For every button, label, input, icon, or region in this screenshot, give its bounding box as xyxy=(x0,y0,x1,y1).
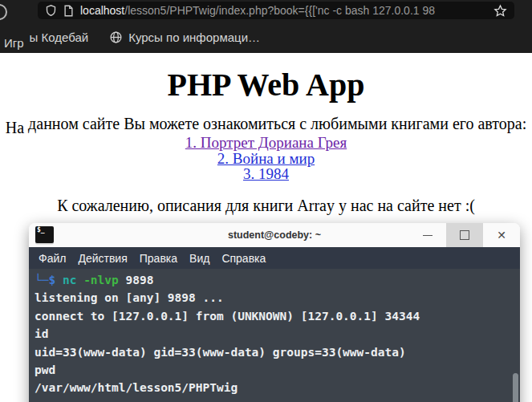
bookmark-label-prefix: Игр xyxy=(4,36,24,50)
browser-toolbar: localhost/lesson5/PHPTwig/index.php?book… xyxy=(0,0,532,21)
screen: localhost/lesson5/PHPTwig/index.php?book… xyxy=(0,0,532,402)
close-icon: ✕ xyxy=(497,229,506,242)
book-link[interactable]: 3. 1984 xyxy=(0,166,532,182)
terminal-menu-item[interactable]: Вид xyxy=(189,252,209,265)
url-text[interactable]: localhost/lesson5/PHPTwig/index.php?book… xyxy=(80,2,487,19)
maximize-button[interactable] xyxy=(446,223,483,247)
book-link[interactable]: 2. Война и мир xyxy=(0,151,532,167)
minimize-icon xyxy=(423,235,433,236)
page-icon[interactable] xyxy=(63,5,74,17)
bookmark-star-icon[interactable] xyxy=(493,4,507,18)
terminal-menu-item[interactable]: Правка xyxy=(140,252,177,265)
page-title: PHP Web App xyxy=(0,66,532,104)
terminal-line: listening on [any] 9898 ... xyxy=(35,289,520,307)
no-description-text: К сожалению, описания для книги Array у … xyxy=(0,197,532,215)
globe-icon xyxy=(109,30,123,44)
partial-circle-icon xyxy=(0,4,7,20)
terminal-line: /var/www/html/lesson5/PHPTwig xyxy=(35,379,520,396)
terminal-line: └─$ nc -nlvp 9898 xyxy=(35,271,520,289)
url-path: /lesson5/PHPTwig/index.php?book={{['nc -… xyxy=(124,4,435,17)
bookmark-label: Курсы по информаци… xyxy=(128,30,260,44)
bookmarks-bar: Игры Кодебай Курсы по информаци… xyxy=(0,21,532,53)
bookmark-label-rest: ы Кодебай xyxy=(30,30,89,44)
terminal-output: └─$ nc -nlvp 9898listening on [any] 9898… xyxy=(35,271,520,402)
intro-rest: данном сайте Вы можете ознакомиться с лю… xyxy=(24,115,526,132)
book-links: 1. Портрет Дориана Грея2. Война и мир3. … xyxy=(0,135,532,182)
url-host: localhost xyxy=(80,4,124,17)
toolbar-notch xyxy=(0,32,24,38)
shield-icon[interactable] xyxy=(45,4,57,17)
terminal-menu-item[interactable]: Действия xyxy=(78,252,127,265)
minimize-button[interactable] xyxy=(409,223,446,247)
intro-text: На данном сайте Вы можете ознакомиться с… xyxy=(0,115,532,133)
book-link[interactable]: 1. Портрет Дориана Грея xyxy=(0,135,532,151)
terminal-window: $_ student@codeby: ~ ✕ ФайлДействияПравк… xyxy=(29,223,520,402)
maximize-icon xyxy=(460,230,469,240)
terminal-line: Ao xyxy=(35,397,520,402)
bookmark-item-kursy[interactable]: Курсы по информаци… xyxy=(109,30,260,44)
terminal-menu-item[interactable]: Файл xyxy=(39,252,66,265)
intro-prefix: На xyxy=(6,119,24,137)
window-controls: ✕ xyxy=(409,223,520,247)
terminal-menu-item[interactable]: Справка xyxy=(221,252,266,265)
terminal-titlebar[interactable]: $_ student@codeby: ~ ✕ xyxy=(29,223,520,247)
address-bar[interactable]: localhost/lesson5/PHPTwig/index.php?book… xyxy=(38,2,514,19)
terminal-line: uid=33(www-data) gid=33(www-data) groups… xyxy=(35,343,520,361)
terminal-body: └─$ nc -nlvp 9898listening on [any] 9898… xyxy=(29,269,520,402)
scrollbar-thumb[interactable] xyxy=(513,373,518,402)
close-button[interactable]: ✕ xyxy=(483,223,520,247)
terminal-line: pwd xyxy=(35,361,520,379)
terminal-line: id xyxy=(35,325,520,343)
terminal-line: connect to [127.0.0.1] from (UNKNOWN) [1… xyxy=(35,307,520,325)
terminal-menubar: ФайлДействияПравкаВидСправка xyxy=(29,247,520,269)
